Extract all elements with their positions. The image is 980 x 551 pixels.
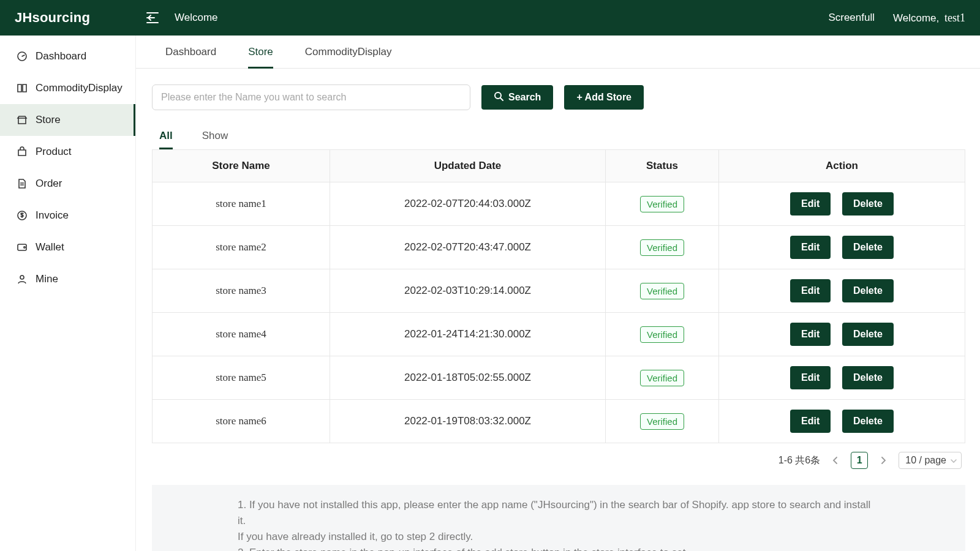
- cell-status: Verified: [606, 226, 719, 269]
- cell-updated: 2022-02-07T20:43:47.000Z: [330, 226, 606, 269]
- delete-button[interactable]: Delete: [842, 279, 894, 302]
- edit-button[interactable]: Edit: [790, 236, 831, 259]
- edit-button[interactable]: Edit: [790, 410, 831, 433]
- cell-store-name: store name1: [153, 182, 330, 226]
- table-row: store name1 2022-02-07T20:44:03.000Z Ver…: [153, 182, 965, 226]
- menu-toggle-icon[interactable]: [145, 12, 160, 24]
- pager-page[interactable]: 1: [851, 452, 868, 469]
- subtab-all[interactable]: All: [159, 122, 173, 149]
- welcome-label: Welcome,: [893, 12, 939, 24]
- table-row: store name6 2022-01-19T08:03:32.000Z Ver…: [153, 400, 965, 443]
- sidebar-item-commoditydisplay[interactable]: CommodityDisplay: [0, 72, 135, 104]
- table-row: store name5 2022-01-18T05:02:55.000Z Ver…: [153, 356, 965, 400]
- edit-button[interactable]: Edit: [790, 279, 831, 302]
- content: Search + Add Store All Show Store Name U…: [136, 69, 980, 551]
- delete-button[interactable]: Delete: [842, 366, 894, 389]
- topbar-title: Welcome: [175, 12, 218, 24]
- sidebar: Dashboard CommodityDisplay Store Product…: [0, 36, 136, 551]
- cell-updated: 2022-01-24T14:21:30.000Z: [330, 313, 606, 356]
- status-badge: Verified: [640, 239, 684, 256]
- cell-action: Edit Delete: [719, 400, 965, 443]
- sidebar-item-label: Dashboard: [36, 50, 86, 62]
- search-button[interactable]: Search: [481, 85, 553, 110]
- hint-line: 1. If you have not installed this app, p…: [238, 497, 880, 529]
- pager-summary: 1-6 共6条: [778, 454, 820, 467]
- dashboard-icon: [16, 50, 28, 62]
- tab-dashboard[interactable]: Dashboard: [165, 36, 216, 69]
- status-badge: Verified: [640, 370, 684, 386]
- add-store-button[interactable]: + Add Store: [564, 85, 644, 110]
- cell-status: Verified: [606, 182, 719, 226]
- edit-button[interactable]: Edit: [790, 192, 831, 216]
- delete-button[interactable]: Delete: [842, 410, 894, 433]
- chevron-down-icon: [950, 456, 957, 467]
- cell-status: Verified: [606, 313, 719, 356]
- sidebar-item-dashboard[interactable]: Dashboard: [0, 40, 135, 72]
- book-icon: [16, 82, 28, 94]
- cell-action: Edit Delete: [719, 269, 965, 313]
- subtab-show[interactable]: Show: [202, 122, 228, 149]
- cell-action: Edit Delete: [719, 356, 965, 400]
- topbar-user: Welcome, test1: [893, 12, 965, 24]
- edit-button[interactable]: Edit: [790, 366, 831, 389]
- tab-store[interactable]: Store: [248, 36, 273, 69]
- sidebar-item-order[interactable]: Order: [0, 168, 135, 200]
- table-row: store name3 2022-02-03T10:29:14.000Z Ver…: [153, 269, 965, 313]
- sidebar-item-label: Store: [36, 114, 61, 126]
- sidebar-item-label: Product: [36, 146, 72, 158]
- logo: JHsourcing: [15, 10, 90, 26]
- cell-updated: 2022-02-07T20:44:03.000Z: [330, 182, 606, 226]
- username: test1: [944, 12, 965, 24]
- pager-size-label: 10 / page: [905, 455, 946, 465]
- hint-line: If you have already installed it, go to …: [238, 529, 880, 545]
- search-row: Search + Add Store: [152, 84, 965, 110]
- hint-line: 2. Enter the store name in the pop-up in…: [238, 545, 880, 551]
- hint-block: 1. If you have not installed this app, p…: [152, 485, 965, 551]
- search-input[interactable]: [152, 84, 470, 110]
- table-header-row: Store Name Updated Date Status Action: [153, 150, 965, 182]
- delete-button[interactable]: Delete: [842, 192, 894, 216]
- sidebar-item-invoice[interactable]: Invoice: [0, 200, 135, 231]
- cell-updated: 2022-02-03T10:29:14.000Z: [330, 269, 606, 313]
- cell-store-name: store name5: [153, 356, 330, 400]
- tab-commoditydisplay[interactable]: CommodityDisplay: [305, 36, 392, 69]
- pager: 1-6 共6条 1 10 / page: [152, 452, 962, 469]
- sidebar-item-store[interactable]: Store: [0, 104, 135, 136]
- delete-button[interactable]: Delete: [842, 323, 894, 346]
- bag-icon: [16, 146, 28, 158]
- cell-store-name: store name4: [153, 313, 330, 356]
- sidebar-item-label: Invoice: [36, 209, 69, 222]
- pager-next[interactable]: [876, 454, 890, 467]
- status-badge: Verified: [640, 326, 684, 343]
- col-updated: Updated Date: [330, 150, 606, 182]
- pager-prev[interactable]: [829, 454, 842, 467]
- sidebar-item-product[interactable]: Product: [0, 136, 135, 168]
- subtabs: All Show: [159, 122, 965, 149]
- sidebar-item-label: Order: [36, 178, 62, 190]
- cell-store-name: store name6: [153, 400, 330, 443]
- wallet-icon: [16, 241, 28, 253]
- pager-size-select[interactable]: 10 / page: [899, 452, 962, 469]
- sidebar-item-wallet[interactable]: Wallet: [0, 231, 135, 263]
- table-row: store name4 2022-01-24T14:21:30.000Z Ver…: [153, 313, 965, 356]
- cell-updated: 2022-01-18T05:02:55.000Z: [330, 356, 606, 400]
- cell-updated: 2022-01-19T08:03:32.000Z: [330, 400, 606, 443]
- status-badge: Verified: [640, 283, 684, 299]
- topbar: JHsourcing Welcome Screenfull Welcome, t…: [0, 0, 980, 36]
- col-status: Status: [606, 150, 719, 182]
- delete-button[interactable]: Delete: [842, 236, 894, 259]
- cell-status: Verified: [606, 400, 719, 443]
- edit-button[interactable]: Edit: [790, 323, 831, 346]
- store-icon: [16, 114, 28, 126]
- cell-status: Verified: [606, 356, 719, 400]
- svg-point-3: [24, 247, 26, 249]
- sidebar-item-label: CommodityDisplay: [36, 82, 123, 94]
- status-badge: Verified: [640, 413, 684, 430]
- cell-action: Edit Delete: [719, 226, 965, 269]
- main: Dashboard Store CommodityDisplay Search …: [136, 36, 980, 551]
- sidebar-item-label: Wallet: [36, 241, 64, 253]
- col-store-name: Store Name: [153, 150, 330, 182]
- screenfull-toggle[interactable]: Screenfull: [828, 12, 875, 24]
- sidebar-item-mine[interactable]: Mine: [0, 263, 135, 295]
- search-icon: [494, 91, 503, 103]
